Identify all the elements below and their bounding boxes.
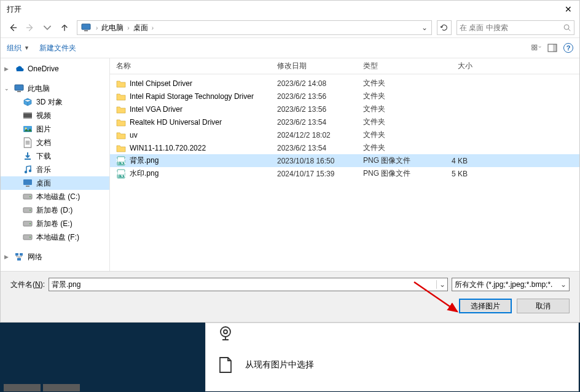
chevron-right-icon: › <box>96 25 98 31</box>
collapse-icon[interactable]: ⌄ <box>4 85 10 92</box>
folder-icon <box>116 131 126 139</box>
3d-icon <box>23 97 33 107</box>
sidebar-item[interactable]: 音乐 <box>1 163 109 176</box>
file-row[interactable]: uv2024/12/2 18:02文件夹 <box>110 128 579 141</box>
file-name: 水印.png <box>130 168 159 179</box>
filter-text: 所有文件 (*.jpg;*.jpeg;*.bmp;*. <box>455 280 552 290</box>
expand-icon[interactable]: ▶ <box>4 254 10 260</box>
option-select-existing[interactable]: 从现有图片中选择 <box>206 348 578 382</box>
open-file-dialog: 打开 ✕ › 此电脑 › 桌面 › ⌄ <box>0 0 580 323</box>
recent-dropdown[interactable] <box>40 20 55 35</box>
refresh-button[interactable] <box>437 20 452 35</box>
dialog-footer: 文件名(N): ⌄ 所有文件 (*.jpg;*.jpeg;*.bmp;*. ⌄ … <box>1 271 579 322</box>
column-name[interactable]: 名称 <box>110 61 271 71</box>
file-name: Intel Rapid Storage Technology Driver <box>130 92 254 101</box>
file-type-filter[interactable]: 所有文件 (*.jpg;*.jpeg;*.bmp;*. ⌄ <box>452 278 570 291</box>
sidebar: ▶ OneDrive ⌄ 此电脑 3D 对象视频图片文档下载音乐桌面本地磁盘 (… <box>1 58 110 271</box>
svg-point-25 <box>29 223 31 224</box>
svg-point-2 <box>564 25 569 29</box>
search-input[interactable] <box>460 23 563 32</box>
new-folder-button[interactable]: 新建文件夹 <box>39 43 76 53</box>
cancel-button[interactable]: 取消 <box>517 299 570 313</box>
svg-rect-12 <box>23 112 32 114</box>
option-camera[interactable] <box>206 323 578 348</box>
folder-icon <box>116 144 126 152</box>
sidebar-network[interactable]: ▶ 网络 <box>1 250 109 264</box>
dropdown-icon[interactable]: ⌄ <box>436 280 447 289</box>
file-row[interactable]: PNG背景.png2023/10/18 16:50PNG 图像文件4 KB <box>110 154 579 167</box>
sidebar-item[interactable]: 本地磁盘 (F:) <box>1 230 109 244</box>
file-date: 2023/10/18 16:50 <box>271 157 357 165</box>
svg-rect-6 <box>535 48 537 50</box>
column-type[interactable]: 类型 <box>357 61 429 71</box>
breadcrumb[interactable]: › 此电脑 › 桌面 › ⌄ <box>77 20 432 35</box>
back-button[interactable] <box>6 20 20 35</box>
sidebar-item[interactable]: 文档 <box>1 136 109 149</box>
sidebar-item[interactable]: 下载 <box>1 149 109 163</box>
dropdown-icon[interactable]: ⌄ <box>560 280 566 289</box>
file-row[interactable]: PNG水印.png2024/10/17 15:39PNG 图像文件5 KB <box>110 167 579 180</box>
sidebar-item[interactable]: 3D 对象 <box>1 95 109 109</box>
file-row[interactable]: Intel Chipset Driver2023/6/2 14:08文件夹 <box>110 77 579 90</box>
svg-rect-28 <box>15 253 18 256</box>
file-date: 2023/6/2 13:56 <box>271 92 357 101</box>
breadcrumb-current[interactable]: 桌面 <box>132 23 149 33</box>
file-type: 文件夹 <box>357 130 429 140</box>
organize-button[interactable]: 组织 ▼ <box>7 43 29 53</box>
expand-icon[interactable]: ▶ <box>4 66 10 72</box>
thumbnail[interactable] <box>4 384 41 391</box>
preview-pane-button[interactable] <box>547 44 557 52</box>
sidebar-item[interactable]: 新加卷 (E:) <box>1 217 109 230</box>
svg-rect-10 <box>17 91 21 92</box>
svg-point-38 <box>224 330 227 334</box>
file-type: 文件夹 <box>357 78 429 88</box>
svg-rect-8 <box>553 44 557 52</box>
svg-rect-4 <box>535 45 537 47</box>
file-row[interactable]: Realtek HD Universal Driver2023/6/2 13:5… <box>110 116 579 128</box>
file-row[interactable]: Intel Rapid Storage Technology Driver202… <box>110 90 579 103</box>
this-pc-icon <box>81 23 91 32</box>
column-size[interactable]: 大小 <box>429 61 479 71</box>
png-file-icon: PNG <box>116 169 126 179</box>
file-row[interactable]: Intel VGA Driver2023/6/2 13:56文件夹 <box>110 103 579 116</box>
filename-input[interactable] <box>49 280 436 289</box>
view-options-button[interactable] <box>531 44 541 52</box>
file-name: uv <box>130 131 138 139</box>
forward-button[interactable] <box>23 20 37 35</box>
svg-rect-3 <box>532 45 534 47</box>
up-button[interactable] <box>57 20 72 35</box>
file-size: 5 KB <box>429 170 479 178</box>
sidebar-item[interactable]: 新加卷 (D:) <box>1 203 109 217</box>
breadcrumb-dropdown-icon[interactable]: ⌄ <box>419 23 430 32</box>
svg-rect-30 <box>17 258 21 261</box>
help-icon[interactable]: ? <box>563 43 573 53</box>
breadcrumb-root[interactable]: 此电脑 <box>100 23 125 33</box>
sidebar-item[interactable]: 图片 <box>1 122 109 136</box>
sidebar-item-label: 3D 对象 <box>36 97 63 108</box>
sidebar-this-pc[interactable]: ⌄ 此电脑 <box>1 82 109 95</box>
sidebar-item[interactable]: 桌面 <box>1 176 109 190</box>
sidebar-label: OneDrive <box>28 65 59 73</box>
sidebar-item[interactable]: 视频 <box>1 109 109 122</box>
svg-point-17 <box>29 170 31 172</box>
thumbnail[interactable] <box>43 384 80 391</box>
search-icon[interactable] <box>563 23 571 32</box>
drive-icon <box>23 205 33 215</box>
close-icon[interactable]: ✕ <box>550 4 574 14</box>
file-name: Intel VGA Driver <box>130 105 182 114</box>
column-date[interactable]: 修改日期 <box>271 61 357 71</box>
drive-icon <box>23 192 33 202</box>
file-date: 2023/6/2 13:54 <box>271 144 357 152</box>
sidebar-item[interactable]: 本地磁盘 (C:) <box>1 190 109 203</box>
sidebar-onedrive[interactable]: ▶ OneDrive <box>1 62 109 76</box>
file-row[interactable]: WIN11-11.10.720.20222023/6/2 13:54文件夹 <box>110 141 579 154</box>
open-button[interactable]: 选择图片 <box>459 299 512 313</box>
option-label: 从现有图片中选择 <box>245 359 314 370</box>
file-type: 文件夹 <box>357 117 429 127</box>
nav-bar: › 此电脑 › 桌面 › ⌄ <box>1 18 579 37</box>
filename-combobox[interactable]: ⌄ <box>49 278 448 291</box>
search-box[interactable] <box>457 20 574 35</box>
sidebar-item-label: 文档 <box>36 138 51 148</box>
drive-icon <box>23 219 33 229</box>
file-name: Intel Chipset Driver <box>130 79 192 88</box>
